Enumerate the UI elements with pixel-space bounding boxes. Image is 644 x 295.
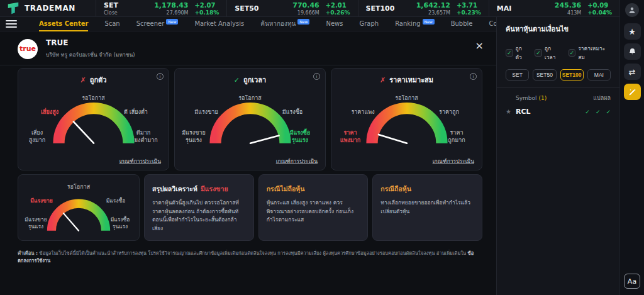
new-badge: New — [297, 19, 309, 25]
checkbox-checked-icon[interactable]: ✓ — [535, 49, 542, 57]
market-tab-mai[interactable]: MAI — [587, 69, 611, 81]
criteria-link[interactable]: เกณฑ์การประเมิน — [433, 157, 474, 165]
case-not-holding-panel: กรณีไม่ถือหุ้น หุ้นกระแส เสี่ยงสูง ราคาแ… — [258, 174, 369, 241]
icon-rail: ★ ⇄ Aa — [619, 0, 644, 295]
panel-title: สรุปผลวิเคราะห์ — [152, 185, 197, 192]
checkbox-checked-icon[interactable]: ✓ — [506, 49, 513, 57]
gauge-needle — [64, 213, 79, 231]
panel-title: กรณีไม่ถือหุ้น — [267, 185, 305, 192]
summary-gauge-panel: รอโอกาส มีแรงขาย มีแรงซื้อ มีแรงขาย รุนแ… — [18, 174, 140, 241]
nav-graph[interactable]: Graph — [359, 17, 379, 31]
index-change-pct: +0.18% — [194, 9, 219, 16]
index-volume: 27,690M — [167, 10, 189, 16]
nav-news[interactable]: News — [326, 17, 343, 31]
topbar: TRADEMAN SET Close 1,178.43 +2.07 27,690… — [0, 0, 619, 17]
compare-button[interactable]: ⇄ — [624, 64, 641, 80]
gauge-label-top: รอโอกาส — [18, 184, 139, 191]
row-result-checks: ✓ ✓ ✓ — [585, 109, 611, 115]
notifications-button[interactable] — [624, 43, 641, 60]
criteria-link[interactable]: เกณฑ์การประเมิน — [276, 157, 318, 165]
index-change: +2.01 — [326, 2, 350, 9]
nav-ranking[interactable]: RankingNew — [395, 17, 435, 31]
table-row[interactable]: ★ RCL ✓ ✓ ✓ — [497, 105, 619, 118]
filter-fair-price[interactable]: ✓ ราคาเหมาะสม — [569, 44, 611, 62]
new-badge: New — [423, 19, 435, 25]
index-set[interactable]: SET Close 1,178.43 +2.07 27,690M +0.18% — [96, 0, 226, 16]
index-change: +0.09 — [587, 2, 612, 9]
info-icon[interactable]: i — [470, 73, 477, 80]
index-value: 1,642.12 — [416, 1, 450, 9]
results-table-header: Symbol (1) แปลผล — [497, 88, 619, 105]
criteria-link[interactable]: เกณฑ์การประเมิน — [119, 157, 161, 165]
panel-body: ทางเลือกทยอยขายออกเพื่อทำกำไรแล้วเปลี่ยน… — [380, 199, 474, 216]
check-icon: ✓ — [585, 109, 590, 115]
market-tab-set100[interactable]: SET100 — [560, 69, 584, 81]
analysis-summary-panel: สรุปผลวิเคราะห์มีแรงขาย ราคาหุ้นตัวนี้สู… — [144, 174, 254, 241]
market-tab-set[interactable]: SET — [506, 69, 529, 81]
nav-screener[interactable]: ScreenerNew — [136, 17, 179, 31]
condition-filters: ✓ ถูกตัว ✓ ถูกเวลา ✓ ราคาเหมาะสม — [497, 38, 619, 63]
font-size-button[interactable]: Aa — [624, 274, 640, 289]
result-count: (1) — [539, 95, 547, 101]
index-name: SET50 — [235, 4, 258, 13]
column-symbol: Symbol — [516, 95, 537, 101]
panel-body: หุ้นกระแส เสี่ยงสูง ราคาแพง ควรพิจารณาอย… — [267, 199, 360, 225]
index-volume: 19,666M — [297, 10, 319, 16]
panel-title: กรณีถือหุ้น — [380, 185, 411, 192]
pass-check-icon: ✓ — [234, 76, 240, 84]
gauge-title: ถูกตัว — [90, 74, 107, 86]
disclaimer-warn-label: คำเตือน : — [18, 250, 38, 256]
nav-compare-avg-vol5[interactable]: Compare Avg Vol5 — [489, 17, 497, 31]
search-sidebar: ค้นหาหุ้นตามเงื่อนไข ✓ ถูกตัว ✓ ถูกเวลา … — [496, 17, 619, 295]
gauge-panel-right-stock: ✗ ถูกตัว i รอโอกาส เสี่ยงสูง ดี เสี่ยงต่… — [18, 68, 169, 170]
disclaimer: คำเตือน : ข้อมูลในเว็บไซต์นี้มิได้เป็นคำ… — [18, 249, 482, 264]
disclaimer-text: ข้อมูลในเว็บไซต์นี้มิได้เป็นคำแนะนำสำหรั… — [39, 250, 466, 256]
screening-tool-button[interactable] — [624, 84, 641, 100]
nav-assets-center[interactable]: Assets Center — [39, 17, 88, 31]
market-tab-set50[interactable]: SET50 — [533, 69, 556, 81]
index-mai[interactable]: MAI 245.36 +0.09 413M +0.04% — [489, 0, 619, 16]
filter-label: ถูกตัว — [516, 44, 528, 62]
magic-wand-icon — [628, 88, 636, 96]
new-badge: New — [166, 19, 178, 25]
star-icon: ★ — [628, 27, 636, 36]
gauge-row: ✗ ถูกตัว i รอโอกาส เสี่ยงสูง ดี เสี่ยงต่… — [18, 68, 482, 170]
filter-right-stock[interactable]: ✓ ถูกตัว — [506, 44, 528, 62]
index-set50[interactable]: SET50 770.46 +2.01 19,666M +0.26% — [226, 0, 357, 16]
gauge-panel-fair-price: ✗ ราคาเหมาะสม i รอโอกาส ราคาแพง ราคาถูก … — [331, 68, 482, 170]
index-volume: 23,657M — [428, 10, 450, 16]
brand[interactable]: TRADEMAN — [0, 0, 96, 16]
panel-body: ราคาหุ้นตัวนี้สูงเกินไป ควรรอโอกาสที่ราค… — [152, 199, 246, 233]
app-root: TRADEMAN SET Close 1,178.43 +2.07 27,690… — [0, 0, 644, 295]
user-avatar[interactable] — [625, 3, 639, 17]
index-change-pct: +0.23% — [457, 9, 481, 16]
info-icon[interactable]: i — [157, 73, 164, 80]
panel-highlight: มีแรงขาย — [201, 185, 228, 192]
menu-button[interactable] — [0, 20, 23, 28]
check-icon: ✓ — [606, 109, 611, 115]
brand-name: TRADEMAN — [25, 4, 75, 13]
info-icon[interactable]: i — [313, 73, 320, 80]
nav-scan[interactable]: Scan — [104, 17, 119, 31]
favorite-star-icon[interactable]: ★ — [506, 108, 511, 115]
fail-x-icon: ✗ — [380, 76, 386, 84]
left-column: Assets Center Scan ScreenerNew Market An… — [0, 17, 496, 295]
gauge-title: ถูกเวลา — [243, 74, 266, 86]
nav-market-analysis[interactable]: Market Analysis — [194, 17, 244, 31]
index-change: +2.07 — [194, 2, 219, 9]
check-icon: ✓ — [596, 109, 601, 115]
bell-icon — [628, 48, 636, 56]
favorites-button[interactable]: ★ — [624, 23, 641, 40]
close-icon[interactable]: × — [472, 41, 487, 51]
person-icon — [628, 6, 636, 14]
checkbox-checked-icon[interactable]: ✓ — [569, 49, 576, 57]
filter-right-time[interactable]: ✓ ถูกเวลา — [535, 44, 561, 62]
trademan-logo-icon — [6, 1, 20, 15]
nav-bubble[interactable]: Bubble — [451, 17, 473, 31]
nav-fund-search[interactable]: ค้นหากองทุนNew — [260, 17, 309, 31]
index-change-pct: +0.26% — [326, 9, 350, 16]
index-change-pct: +0.04% — [587, 9, 612, 16]
stock-company-name: บริษัท ทรู คอร์ปอเรชั่น จำกัด (มหาชน) — [46, 50, 135, 59]
index-set100[interactable]: SET100 1,642.12 +3.71 23,657M +0.23% — [358, 0, 489, 16]
gauge-meter — [46, 94, 142, 147]
